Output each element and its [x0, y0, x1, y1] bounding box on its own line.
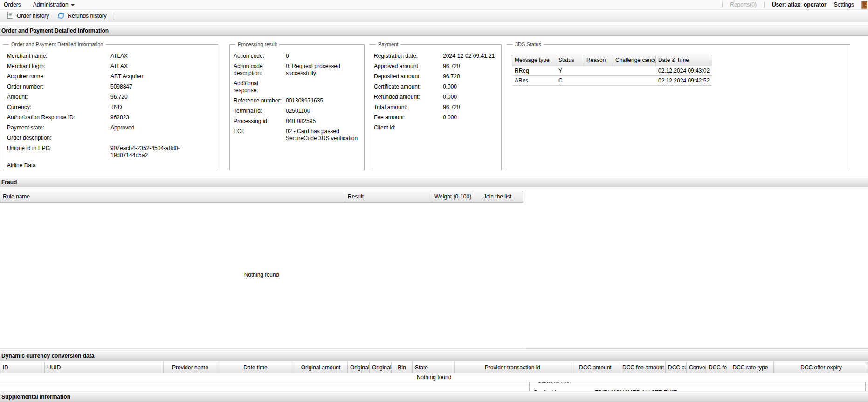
section-dcc: Dynamic currency conversion data: [0, 350, 868, 361]
field-acquirer-name: Acquirer name:ABT Acquirer: [7, 73, 214, 80]
dcc-col-original-currency: Original c: [370, 362, 392, 373]
order-info-fieldset: Order and Payment Detailed Information M…: [3, 41, 218, 170]
fraud-col-result: Result: [345, 191, 432, 202]
processing-result-fieldset: Processing result Action code:0 Action c…: [229, 41, 365, 170]
dcc-col-provider-transaction-id: Provider transaction id: [455, 362, 571, 373]
field-reference-number: Reference number:001308971635: [234, 97, 360, 104]
dcc-col-dcc-offer-expiry: DCC offer expiry: [774, 362, 868, 373]
dcc-col-bin: Bin: [392, 362, 413, 373]
field-processing-id: Processing id:04IF082595: [234, 118, 360, 125]
order-history-button[interactable]: Order history: [3, 10, 53, 22]
chevron-down-icon: [71, 4, 75, 6]
app-window: Orders Administration Reports(0) User: a…: [0, 0, 868, 402]
payment-fieldset: Payment Registration date:2024-12-02 09:…: [370, 41, 502, 170]
field-total-amount: Total amount:96.720: [374, 104, 497, 111]
dcc-col-conversion: Conversi: [687, 362, 706, 373]
fraud-empty-text: Nothing found: [244, 272, 279, 278]
toolbar-divider: [114, 12, 114, 20]
field-payment-state: Payment state:Approved: [7, 124, 214, 131]
field-order-description: Order description:: [7, 135, 214, 142]
dcc-col-dcc-amount: DCC amount: [571, 362, 620, 373]
tds-status-legend: 3DS Status: [513, 41, 544, 47]
order-history-label: Order history: [17, 13, 49, 19]
toolbar: Order history Refunds history: [0, 10, 868, 22]
user-label: User: atlax_operator: [772, 1, 827, 8]
divider: [0, 348, 868, 349]
menubar: Orders Administration Reports(0) User: a…: [0, 0, 868, 10]
section-order-header: Order and Payment Detailed Information: [0, 25, 868, 36]
refunds-history-label: Refunds history: [68, 13, 106, 19]
section-supplemental: Supplemental information: [0, 391, 868, 402]
tds-col-message-type: Message type: [512, 55, 556, 66]
dcc-col-state: State: [413, 362, 455, 373]
dcc-table-header: ID UUID Provider name Date time Original…: [0, 362, 868, 374]
fraud-col-rule-name: Rule name: [0, 191, 345, 202]
dcc-table-empty: Nothing found: [0, 373, 868, 382]
dcc-col-provider-name: Provider name: [164, 362, 217, 373]
menubar-divider: [722, 2, 723, 8]
dcc-col-dcc-fee: DCC fee: [706, 362, 727, 373]
divider: [0, 387, 868, 387]
dcc-col-id: ID: [0, 362, 45, 373]
field-merchant-name: Merchant name:ATLAX: [7, 53, 214, 60]
field-merchant-login: Merchant login:ATLAX: [7, 63, 214, 70]
dcc-col-original-fee: Original f: [348, 362, 370, 373]
fraud-table-header: Rule name Result Weight (0-100) Join the…: [0, 191, 523, 203]
menubar-left: Orders Administration: [0, 1, 75, 8]
menu-administration-label: Administration: [33, 1, 69, 8]
field-certificate-amount: Certificate amount:0.000: [374, 83, 497, 90]
tds-col-challenge-cancel: Challenge cancel: [613, 55, 656, 66]
dcc-col-dcc-fee-amount: DCC fee amount: [620, 362, 666, 373]
field-approved-amount: Approved amount:96.720: [374, 63, 497, 70]
payment-legend: Payment: [376, 41, 400, 47]
menubar-right: Reports(0) User: atlax_operator Settings: [722, 1, 868, 9]
tds-col-status: Status: [556, 55, 584, 66]
field-fee-amount: Fee amount:0.000: [374, 114, 497, 121]
field-client-id: Client id:: [374, 124, 497, 131]
menu-settings[interactable]: Settings: [834, 1, 854, 8]
table-row: ARes C 02.12.2024 09:42:52: [512, 76, 712, 86]
field-registration-date: Registration date:2024-12-02 09:41:21: [374, 53, 497, 60]
tds-col-date-time: Date & Time: [656, 55, 713, 66]
field-additional-response: Additional response:: [234, 80, 360, 94]
tds-table-header: Message type Status Reason Challenge can…: [512, 55, 712, 66]
tds-col-reason: Reason: [584, 55, 613, 66]
dcc-empty-text: Nothing found: [417, 374, 452, 381]
fraud-col-join-list: Join the list: [471, 191, 524, 202]
refunds-history-button[interactable]: Refunds history: [53, 10, 110, 22]
menubar-divider: [764, 2, 765, 8]
field-refunded-amount: Refunded amount:0.000: [374, 94, 497, 101]
field-auth-response-id: Authorization Response ID:962823: [7, 114, 214, 121]
document-icon: [7, 12, 14, 20]
menu-reports[interactable]: Reports(0): [730, 1, 757, 8]
tds-status-fieldset: 3DS Status Message type Status Reason Ch…: [507, 41, 850, 170]
menu-orders[interactable]: Orders: [4, 1, 21, 8]
field-amount: Amount:96.720: [7, 94, 214, 101]
field-action-code: Action code:0: [234, 53, 360, 60]
section-fraud: Fraud: [0, 177, 868, 187]
fraud-col-weight: Weight (0-100): [432, 191, 471, 202]
dcc-col-uuid: UUID: [45, 362, 164, 373]
field-action-code-description: Action code description:0: Request proce…: [234, 63, 360, 77]
dcc-col-date-time: Date time: [217, 362, 294, 373]
dcc-col-dcc-currency: DCC curr: [666, 362, 687, 373]
field-unique-id-epg: Unique id in EPG:907eacb4-2352-4504-a8d0…: [7, 145, 214, 159]
processing-result-legend: Processing result: [235, 41, 279, 47]
field-deposited-amount: Deposited amount:96.720: [374, 73, 497, 80]
dcc-col-dcc-rate-type: DCC rate type: [727, 362, 774, 373]
field-airline-data: Airline Data:: [7, 162, 214, 169]
table-row: RReq Y 02.12.2024 09:43:02: [512, 66, 712, 76]
dcc-col-original-amount: Original amount: [294, 362, 348, 373]
fraud-table-empty: Nothing found: [0, 202, 523, 347]
tds-status-table: Message type Status Reason Challenge can…: [512, 55, 712, 86]
logout-door-icon[interactable]: [861, 1, 867, 9]
order-info-legend: Order and Payment Detailed Information: [9, 41, 106, 47]
field-terminal-id: Terminal id:02501100: [234, 108, 360, 115]
field-eci: ECI:02 - Card has passed SecureCode 3DS …: [234, 128, 360, 142]
menu-administration[interactable]: Administration: [33, 1, 75, 8]
field-currency: Currency:TND: [7, 104, 214, 111]
fraud-area: Rule name Result Weight (0-100) Join the…: [0, 188, 868, 350]
refund-arrows-icon: [57, 12, 65, 20]
field-order-number: Order number:5098847: [7, 83, 214, 90]
